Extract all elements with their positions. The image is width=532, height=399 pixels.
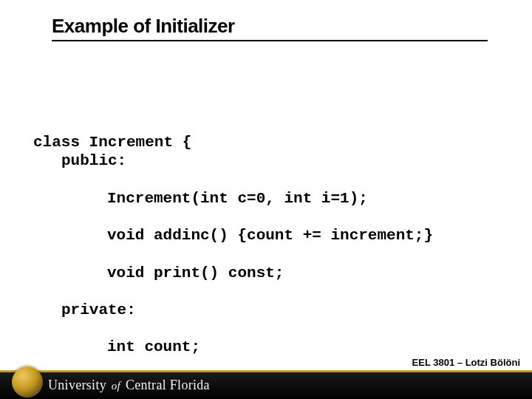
university-main: Central Florida — [126, 378, 210, 392]
university-name: University of Central Florida — [48, 378, 210, 393]
slide-title: Example of Initializer — [52, 15, 235, 38]
code-line: int count; — [107, 338, 433, 356]
code-line: void print() const; — [107, 264, 433, 282]
code-block: class Increment { public: Increment(int … — [33, 115, 433, 399]
slide: Example of Initializer class Increment {… — [0, 0, 532, 399]
university-of: of — [112, 380, 120, 392]
code-line: private: — [61, 301, 433, 319]
code-line: void addinc() {count += increment;} — [107, 226, 433, 245]
code-line: Increment(int c=0, int i=1); — [107, 189, 433, 208]
university-prefix: University — [48, 378, 106, 392]
footer: University of Central Florida — [0, 362, 532, 399]
code-line: public: — [61, 151, 433, 170]
ucf-logo-icon — [12, 366, 43, 398]
title-underline — [52, 40, 488, 41]
code-line: class Increment { — [33, 134, 191, 151]
